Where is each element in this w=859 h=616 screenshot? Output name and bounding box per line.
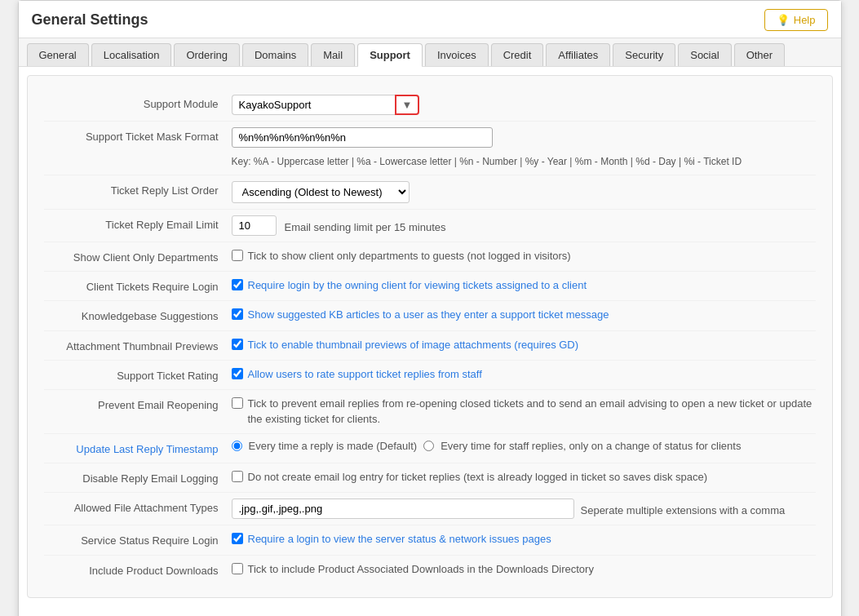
row-update-last-reply: Update Last Reply Timestamp Every time a…: [44, 434, 816, 463]
label-service-status: Service Status Require Login: [44, 531, 232, 548]
field-include-downloads: Tick to include Product Associated Downl…: [232, 561, 816, 578]
checkbox-row-ticket-rating: Allow users to rate support ticket repli…: [232, 366, 482, 383]
field-client-tickets: Require login by the owning client for v…: [232, 277, 816, 294]
allowed-types-input[interactable]: [232, 499, 574, 519]
attachment-thumb-checkbox[interactable]: [232, 339, 243, 350]
label-ticket-mask: Support Ticket Mask Format: [44, 127, 232, 144]
field-service-status: Require a login to view the server statu…: [232, 531, 816, 547]
row-ticket-rating: Support Ticket Rating Allow users to rat…: [44, 361, 816, 390]
help-button[interactable]: 💡 Help: [764, 9, 828, 31]
row-attachment-thumb: Attachment Thumbnail Previews Tick to en…: [44, 331, 816, 361]
support-module-wrapper: ▼: [232, 95, 420, 115]
field-reply-list-order: Ascending (Oldest to Newest) Descending …: [232, 181, 816, 203]
tab-social[interactable]: Social: [678, 43, 731, 66]
disable-reply-log-checkbox[interactable]: [232, 471, 243, 482]
email-limit-input[interactable]: [232, 215, 277, 236]
allowed-types-suffix: Seperate multiple extensions with a comm…: [581, 501, 786, 516]
tab-mail[interactable]: Mail: [311, 43, 355, 66]
checkbox-row-attachment-thumb: Tick to enable thumbnail previews of ima…: [232, 337, 579, 353]
row-support-module: Support Module ▼: [44, 89, 816, 122]
ticket-mask-input[interactable]: [232, 127, 493, 148]
include-downloads-text: Tick to include Product Associated Downl…: [248, 561, 594, 578]
tab-credit[interactable]: Credit: [491, 43, 544, 66]
radio-every-reply[interactable]: [232, 441, 242, 451]
general-settings-window: General Settings 💡 Help General Localisa…: [18, 0, 842, 616]
label-email-limit: Ticket Reply Email Limit: [44, 215, 232, 233]
kb-suggestions-text: Show suggested KB articles to a user as …: [248, 307, 609, 323]
disable-reply-log-text: Do not create email log entry for ticket…: [248, 469, 708, 485]
tab-ordering[interactable]: Ordering: [174, 43, 240, 66]
support-module-input[interactable]: [232, 95, 395, 115]
row-ticket-mask: Support Ticket Mask Format Key: %A - Upp…: [44, 122, 816, 175]
field-email-limit: Email sending limit per 15 minutes: [232, 215, 816, 236]
field-prevent-reopening: Tick to prevent email replies from re-op…: [232, 396, 816, 428]
include-downloads-checkbox[interactable]: [232, 563, 243, 574]
support-module-dropdown-button[interactable]: ▼: [395, 95, 420, 115]
label-reply-list-order: Ticket Reply List Order: [44, 181, 232, 198]
tab-invoices[interactable]: Invoices: [425, 43, 489, 66]
reply-list-order-select[interactable]: Ascending (Oldest to Newest) Descending …: [232, 181, 410, 203]
show-client-depts-text: Tick to show client only departments to …: [248, 248, 571, 264]
tab-support[interactable]: Support: [357, 43, 423, 67]
client-tickets-checkbox[interactable]: [232, 279, 243, 290]
row-client-tickets: Client Tickets Require Login Require log…: [44, 272, 816, 301]
row-reply-list-order: Ticket Reply List Order Ascending (Oldes…: [44, 175, 816, 210]
field-ticket-mask: Key: %A - Uppercase letter | %a - Lowerc…: [232, 127, 816, 169]
tab-other[interactable]: Other: [734, 43, 786, 66]
tab-security[interactable]: Security: [613, 43, 675, 66]
label-attachment-thumb: Attachment Thumbnail Previews: [44, 337, 232, 354]
kb-suggestions-checkbox[interactable]: [232, 308, 243, 320]
show-client-depts-checkbox[interactable]: [232, 250, 243, 261]
checkbox-row-prevent-reopening: Tick to prevent email replies from re-op…: [232, 396, 816, 428]
window-title: General Settings: [32, 11, 148, 29]
attachment-thumb-text: Tick to enable thumbnail previews of ima…: [248, 337, 579, 353]
radio-staff-reply[interactable]: [423, 441, 434, 451]
radio-row-update-last-reply: Every time a reply is made (Default) Eve…: [232, 440, 742, 452]
field-update-last-reply: Every time a reply is made (Default) Eve…: [232, 440, 816, 452]
radio-staff-reply-label: Every time for staff replies, only on a …: [441, 440, 741, 452]
tab-bar: General Localisation Ordering Domains Ma…: [19, 38, 841, 67]
row-include-downloads: Include Product Downloads Tick to includ…: [44, 556, 816, 584]
label-prevent-reopening: Prevent Email Reopening: [44, 396, 232, 413]
row-kb-suggestions: Knowledgebase Suggestions Show suggested…: [44, 301, 816, 330]
row-allowed-types: Allowed File Attachment Types Seperate m…: [44, 493, 816, 525]
tab-localisation[interactable]: Localisation: [91, 43, 172, 66]
tab-domains[interactable]: Domains: [242, 43, 308, 66]
prevent-reopening-checkbox[interactable]: [232, 397, 243, 409]
settings-content: Support Module ▼ Support Ticket Mask For…: [27, 75, 833, 598]
row-email-limit: Ticket Reply Email Limit Email sending l…: [44, 210, 816, 242]
field-ticket-rating: Allow users to rate support ticket repli…: [232, 366, 816, 383]
label-disable-reply-log: Disable Reply Email Logging: [44, 469, 232, 486]
label-client-tickets: Client Tickets Require Login: [44, 277, 232, 295]
service-status-text: Require a login to view the server statu…: [248, 531, 551, 547]
tab-general[interactable]: General: [27, 43, 89, 66]
label-show-client-depts: Show Client Only Departments: [44, 248, 232, 265]
checkbox-row-disable-reply-log: Do not create email log entry for ticket…: [232, 469, 708, 485]
tab-affiliates[interactable]: Affiliates: [546, 43, 610, 66]
checkbox-row-service-status: Require a login to view the server statu…: [232, 531, 551, 547]
checkbox-row-show-client-depts: Tick to show client only departments to …: [232, 248, 571, 264]
lightbulb-icon: 💡: [777, 14, 790, 26]
client-tickets-text: Require login by the owning client for v…: [248, 277, 587, 294]
label-allowed-types: Allowed File Attachment Types: [44, 499, 232, 516]
email-limit-suffix: Email sending limit per 15 minutes: [285, 218, 446, 233]
ticket-rating-text: Allow users to rate support ticket repli…: [248, 366, 482, 383]
service-status-checkbox[interactable]: [232, 533, 243, 544]
ticket-mask-key: Key: %A - Uppercase letter | %a - Lowerc…: [232, 154, 742, 169]
checkbox-row-include-downloads: Tick to include Product Associated Downl…: [232, 561, 594, 578]
row-disable-reply-log: Disable Reply Email Logging Do not creat…: [44, 463, 816, 493]
field-support-module: ▼: [232, 95, 816, 115]
field-allowed-types: Seperate multiple extensions with a comm…: [232, 499, 816, 519]
field-disable-reply-log: Do not create email log entry for ticket…: [232, 469, 816, 485]
checkbox-row-kb-suggestions: Show suggested KB articles to a user as …: [232, 307, 609, 323]
field-kb-suggestions: Show suggested KB articles to a user as …: [232, 307, 816, 323]
window-header: General Settings 💡 Help: [19, 1, 841, 38]
row-prevent-reopening: Prevent Email Reopening Tick to prevent …: [44, 390, 816, 434]
ticket-rating-checkbox[interactable]: [232, 368, 243, 379]
footer: ➡ Save Changes Cancel Changes: [19, 606, 841, 616]
label-include-downloads: Include Product Downloads: [44, 561, 232, 578]
label-kb-suggestions: Knowledgebase Suggestions: [44, 307, 232, 324]
checkbox-row-client-tickets: Require login by the owning client for v…: [232, 277, 587, 294]
prevent-reopening-text: Tick to prevent email replies from re-op…: [248, 396, 816, 428]
field-show-client-depts: Tick to show client only departments to …: [232, 248, 816, 264]
